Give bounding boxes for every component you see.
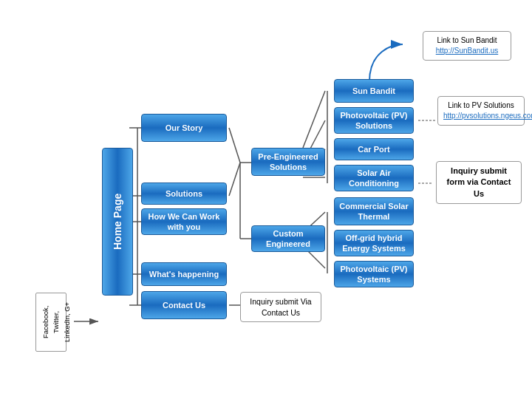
commercial-solar-node: Commercial Solar Thermal bbox=[334, 197, 414, 225]
inquiry-contact-text: Inquiry submit form via Contact Us bbox=[447, 166, 511, 198]
solutions-node: Solutions bbox=[141, 183, 227, 205]
how-we-node: How We Can Work with you bbox=[141, 208, 227, 235]
pv-solutions-callout-label: Link to PV Solutions bbox=[448, 101, 514, 109]
pv-solutions-link[interactable]: http://pvsolutions.ngeus.com/Home.aspx bbox=[443, 112, 532, 120]
pv-solutions-node: Photovoltaic (PV) Solutions bbox=[334, 107, 414, 134]
our-story-node: Our Story bbox=[141, 114, 227, 142]
custom-engineered-node: Custom Engineered bbox=[251, 225, 325, 252]
sun-bandit-node: Sun Bandit bbox=[334, 79, 414, 103]
inquiry-contact-callout: Inquiry submit form via Contact Us bbox=[436, 161, 522, 204]
social-media-box: Facebook, Twitter, LinkedIn, G+ bbox=[35, 293, 66, 352]
sitemap-diagram: Home Page Our Story Solutions How We Can… bbox=[0, 0, 532, 399]
sun-bandit-callout-label: Link to Sun Bandit bbox=[437, 36, 497, 44]
svg-line-11 bbox=[303, 91, 325, 148]
sun-bandit-link[interactable]: http://SunBandit.us bbox=[436, 47, 499, 55]
inquiry-submit-callout: Inquiry submit Via Contact Us bbox=[240, 292, 321, 322]
sun-bandit-callout: Link to Sun Bandit http://SunBandit.us bbox=[423, 31, 511, 61]
svg-line-6 bbox=[229, 128, 240, 163]
offgrid-hybrid-node: Off-grid hybrid Energy Systems bbox=[334, 230, 414, 256]
social-media-text: Facebook, Twitter, LinkedIn, G+ bbox=[41, 302, 71, 342]
pre-engineered-node: Pre-Engineered Solutions bbox=[251, 148, 325, 176]
svg-line-7 bbox=[229, 163, 240, 196]
pv-systems-node: Photovoltaic (PV) Systems bbox=[334, 261, 414, 287]
whats-happening-node: What's happening bbox=[141, 262, 227, 286]
solar-air-node: Solar Air Conditioning bbox=[334, 165, 414, 191]
contact-us-node: Contact Us bbox=[141, 291, 227, 319]
car-port-node: Car Port bbox=[334, 138, 414, 160]
pv-solutions-callout: Link to PV Solutions http://pvsolutions.… bbox=[437, 96, 525, 126]
inquiry-submit-text: Inquiry submit Via Contact Us bbox=[250, 297, 311, 317]
home-page-node: Home Page bbox=[102, 148, 133, 296]
